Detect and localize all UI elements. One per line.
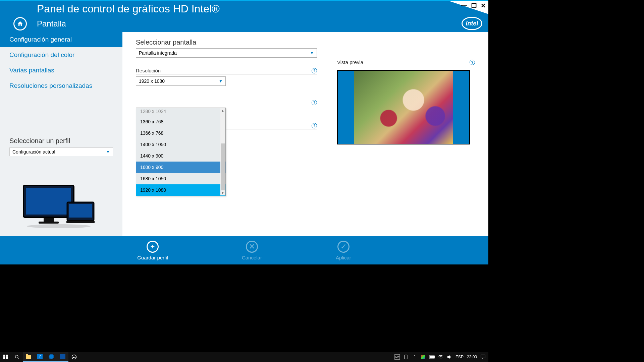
svg-rect-1 [26, 188, 71, 215]
save-profile-label: Guardar perfil [137, 255, 168, 260]
resolution-option[interactable]: 1600 x 900 [136, 162, 225, 173]
minimize-button[interactable]: — [461, 2, 467, 9]
help-icon[interactable]: ? [312, 123, 317, 128]
app-title: Panel de control de gráficos HD Intel® [0, 1, 488, 15]
sidebar-item-2[interactable]: Varias pantallas [0, 63, 122, 78]
maximize-button[interactable]: ❐ [471, 2, 477, 9]
scrollbar-thumb[interactable] [221, 143, 225, 190]
resolution-dropdown-list: 1280 x 10241360 x 7681366 x 7681400 x 10… [136, 108, 226, 196]
svg-point-7 [27, 224, 91, 228]
chevron-down-icon: ▼ [219, 79, 223, 83]
apply-button[interactable]: ✓ Aplicar [336, 241, 351, 260]
check-icon: ✓ [337, 241, 350, 253]
chevron-down-icon: ▼ [106, 149, 110, 154]
scroll-down-button[interactable]: ▼ [220, 191, 225, 195]
home-button[interactable] [13, 17, 27, 31]
sidebar: Configuración generalConfiguración del c… [0, 32, 122, 237]
footer: + Guardar perfil ✕ Cancelar ✓ Aplicar [0, 236, 488, 264]
svg-rect-2 [44, 218, 54, 222]
resolution-option[interactable]: 1280 x 1024 [136, 108, 225, 116]
help-icon[interactable]: ? [312, 100, 317, 105]
section-title: Pantalla [37, 19, 66, 28]
resolution-option[interactable]: 1366 x 768 [136, 127, 225, 139]
dropdown-scrollbar[interactable]: ▲ ▼ [220, 108, 225, 195]
display-illustration [0, 175, 122, 237]
preview-image [354, 71, 453, 144]
profile-select-value: Configuración actual [12, 149, 55, 155]
main-content: Seleccionar pantalla Pantalla integrada … [122, 32, 488, 237]
resolution-option[interactable]: 1440 x 900 [136, 150, 225, 162]
preview-box [337, 70, 470, 144]
sidebar-nav: Configuración generalConfiguración del c… [0, 32, 122, 94]
svg-rect-6 [66, 221, 95, 223]
window-controls: — ❐ ✕ [461, 2, 486, 9]
resolution-option[interactable]: 1680 x 1050 [136, 173, 225, 184]
select-display-value: Pantalla integrada [139, 50, 177, 56]
svg-rect-5 [69, 204, 92, 218]
resolution-label: Resolución [136, 68, 161, 73]
profile-select[interactable]: Configuración actual ▼ [9, 147, 113, 156]
plus-icon: + [147, 241, 159, 253]
select-display-dropdown[interactable]: Pantalla integrada ▼ [136, 48, 317, 58]
apply-label: Aplicar [336, 255, 351, 260]
cancel-label: Cancelar [242, 255, 262, 260]
intel-graphics-control-panel: — ❐ ✕ Panel de control de gráficos HD In… [0, 0, 488, 264]
profile-label: Seleccionar un perfil [9, 137, 113, 145]
scroll-up-button[interactable]: ▲ [220, 108, 225, 113]
resolution-option[interactable]: 1400 x 1050 [136, 139, 225, 150]
sidebar-item-0[interactable]: Configuración general [0, 32, 122, 47]
resolution-option[interactable]: 644 x 362 [136, 184, 225, 196]
preview-label: Vista previa [337, 59, 363, 65]
cancel-button[interactable]: ✕ Cancelar [242, 241, 262, 260]
home-icon [17, 20, 23, 27]
help-icon[interactable]: ? [470, 60, 475, 65]
help-icon[interactable]: ? [312, 68, 317, 73]
resolution-option[interactable]: 1360 x 768 [136, 116, 225, 127]
resolution-dropdown[interactable]: 644 x 362 ▼ [136, 76, 226, 86]
resolution-value: 644 x 362 [139, 78, 165, 84]
header: — ❐ ✕ Panel de control de gráficos HD In… [0, 1, 488, 32]
chevron-down-icon: ▼ [310, 51, 314, 55]
sidebar-item-3[interactable]: Resoluciones personalizadas [0, 78, 122, 94]
sidebar-item-1[interactable]: Configuración del color [0, 47, 122, 63]
cancel-icon: ✕ [246, 241, 258, 253]
select-display-label: Seleccionar pantalla [136, 39, 317, 46]
save-profile-button[interactable]: + Guardar perfil [137, 241, 168, 260]
svg-rect-3 [39, 222, 59, 224]
intel-logo: intel [462, 17, 482, 30]
close-button[interactable]: ✕ [481, 2, 486, 9]
